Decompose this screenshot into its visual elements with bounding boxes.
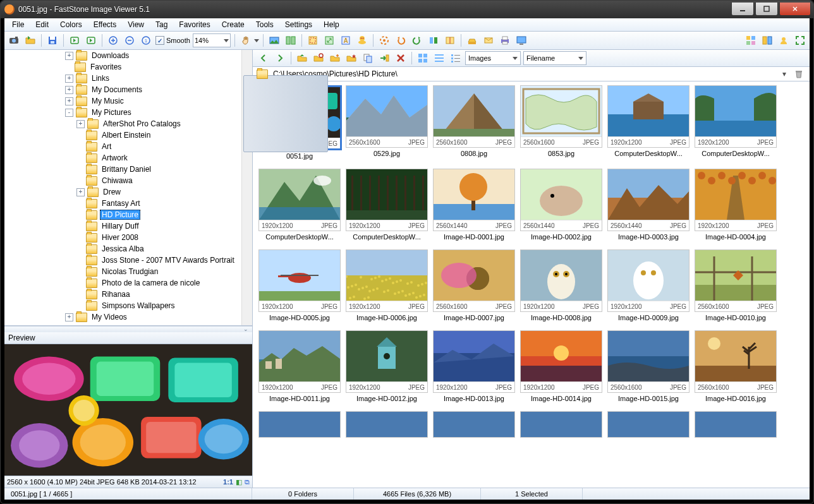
menu-colors[interactable]: Colors [55,20,87,30]
thumbnail[interactable]: 2560x1440JPEGImage-HD-0001.jpg [432,169,516,241]
tree-item[interactable]: -My Pictures [4,107,241,118]
view-single-icon[interactable] [777,33,791,47]
nav-next-icon[interactable] [273,51,287,65]
compare-icon[interactable] [284,33,298,47]
email-icon[interactable] [482,33,495,47]
tree-item[interactable]: HD Picture [4,209,241,220]
thumbnail[interactable] [345,411,428,438]
zoom-actual-icon[interactable]: 1 [139,33,153,47]
thumbnail[interactable]: 1920x1200JPEGImage-HD-0005.jpg [258,249,341,321]
zoom-in-icon[interactable] [106,33,120,47]
text-icon[interactable]: A [339,33,353,47]
menu-view[interactable]: View [123,20,149,30]
sort-dropdown[interactable]: Filename [523,51,586,65]
redeye-icon[interactable] [355,33,369,47]
tree-item[interactable]: Jessica Alba [4,243,241,255]
flip-v-icon[interactable] [443,33,457,47]
tree-item[interactable]: Chiwawa [4,175,241,186]
thumbnail[interactable]: 1920x1200JPEGImage-HD-0004.jpg [694,169,777,241]
resize-icon[interactable] [322,33,336,47]
move-to-icon[interactable] [377,51,391,65]
thumbnail[interactable]: 2560x1600JPEGImage-HD-0007.jpg [432,249,516,321]
thumbnail[interactable]: 2560x1440JPEGImage-HD-0002.jpg [519,169,603,241]
thumbnail[interactable]: 2560x1600JPEG0808.jpg [432,85,516,160]
thumbnail[interactable]: 1920x1200JPEGImage-HD-0008.jpg [519,249,603,321]
delete-icon[interactable] [394,51,408,65]
rotate-right-icon[interactable] [410,33,424,47]
menu-settings[interactable]: Settings [280,20,317,30]
window-maximize-button[interactable] [755,3,778,16]
folder-new-icon[interactable] [328,51,342,65]
thumbnail[interactable] [258,411,341,438]
histogram-icon[interactable]: ◧ [236,478,242,486]
view-large-icon[interactable] [416,51,430,65]
zoom-out-icon[interactable] [123,33,137,47]
tree-item[interactable]: Rihanaa [4,289,241,300]
save-icon[interactable] [46,33,59,47]
tree-scrollbar[interactable] [241,50,252,325]
view-dual-icon[interactable] [760,33,774,47]
menu-edit[interactable]: Edit [30,20,54,30]
tree-item[interactable]: Joss Stone - 2007 MTV Awards Portrait [4,255,241,266]
window-close-button[interactable] [779,3,811,16]
menu-create[interactable]: Create [217,20,250,30]
rotate-left-icon[interactable] [394,33,408,47]
tree-item[interactable]: Simpsons Wallpapers [4,300,241,311]
thumbnail[interactable]: 1920x1200JPEGImage-HD-0012.jpg [345,330,428,402]
thumbnail[interactable]: 2560x1600JPEG0529.jpg [345,85,428,160]
tree-item[interactable]: +Drew [4,186,241,198]
fullscreen-icon[interactable] [793,33,807,47]
nav-fwd-icon[interactable] [84,33,98,47]
thumbnail[interactable]: 2560x1600JPEGImage-HD-0010.jpg [694,249,777,321]
thumbnail[interactable]: 1920x1200JPEGImage-HD-0011.jpg [258,330,341,402]
thumbnail[interactable] [432,411,516,438]
flip-h-icon[interactable] [427,33,440,47]
filter-dropdown[interactable]: Images [465,51,521,65]
menu-effects[interactable]: Effects [88,20,121,30]
preview-image[interactable] [4,344,252,476]
folder-fav-icon[interactable] [344,51,358,65]
window-minimize-button[interactable] [731,3,754,16]
tree-item[interactable]: Hillary Duff [4,220,241,232]
menu-favorites[interactable]: Favorites [174,20,215,30]
folder-up-icon[interactable] [295,51,309,65]
tree-item[interactable]: Hiver 2008 [4,232,241,243]
thumbnail[interactable]: 1920x1200JPEGImage-HD-0014.jpg [519,330,603,402]
thumbnail[interactable]: 2560x1600JPEGImage-HD-0015.jpg [607,330,690,402]
thumbnail[interactable]: 1920x1200JPEGImage-HD-0013.jpg [432,330,516,402]
tree-item[interactable]: +My Documents [4,84,241,95]
view-list-icon[interactable] [432,51,446,65]
nav-prev-icon[interactable] [257,51,270,65]
path-bar[interactable]: C:\Users\cosmo\Pictures\HD Picture\ ▾ [253,67,810,81]
titlebar[interactable]: 0051.jpg - FastStone Image Viewer 5.1 [1,1,813,18]
tree-item[interactable]: +My Music [4,95,241,107]
adjust-color-icon[interactable] [377,33,391,47]
actual-size-icon[interactable]: 1:1 [223,478,233,486]
tree-item[interactable]: Artwork [4,152,241,164]
tree-collapse-handle[interactable]: ⌄ [4,326,252,332]
thumbnail[interactable]: 1920x1200JPEGComputerDesktopW... [607,85,690,160]
view-thumbs-icon[interactable] [744,33,758,47]
tree-item[interactable]: Nicolas Trudgian [4,266,241,277]
scan-icon[interactable] [465,33,479,47]
tree-item[interactable]: +Downloads [4,50,241,61]
thumbnail[interactable] [694,411,777,438]
thumbnail[interactable] [519,411,603,438]
thumbnail-area[interactable]: 2560x1600JPEG0051.jpg2560x1600JPEG0529.j… [253,81,810,488]
thumbnail[interactable]: 1920x1200JPEGComputerDesktopW... [345,169,428,241]
crop-icon[interactable] [306,33,320,47]
acquire-icon[interactable] [7,33,21,47]
thumbnail[interactable]: 1920x1200JPEGImage-HD-0009.jpg [607,249,690,321]
tree-item[interactable]: Art [4,141,241,152]
trash-icon[interactable] [792,67,806,81]
zoom-combo[interactable]: 14% [193,33,231,47]
tree-item[interactable]: +Links [4,73,241,84]
thumbnail[interactable]: 2560x1600JPEG0853.jpg [519,85,603,160]
folder-refresh-icon[interactable] [312,51,325,65]
tree-item[interactable]: +My Videos [4,311,241,323]
tree-item[interactable]: Brittany Daniel [4,164,241,175]
info-icon[interactable]: ⧉ [245,478,250,486]
tree-item[interactable]: Photo de la camera de nicole [4,277,241,289]
menu-file[interactable]: File [7,20,29,30]
tree-item[interactable]: Albert Einstein [4,129,241,141]
